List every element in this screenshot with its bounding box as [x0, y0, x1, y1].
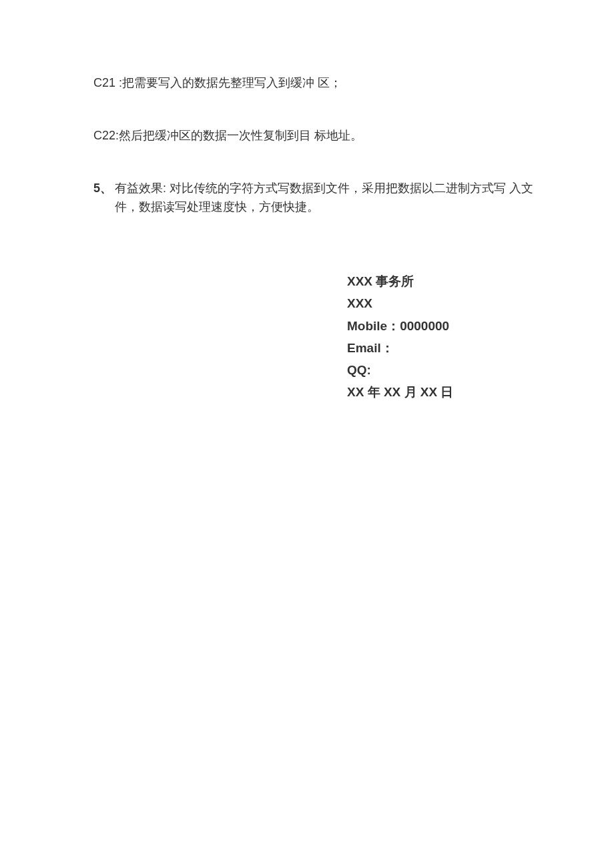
- paragraph-item5: 5、 有益效果: 对比传统的字符方式写数据到文件，采用把数据以二进制方式写 入文…: [80, 179, 534, 218]
- signature-qq: QQ:: [347, 359, 534, 381]
- paragraph-c22-text: C22:然后把缓冲区的数据一次性复制到目 标地址。: [93, 129, 362, 142]
- signature-name: XXX: [347, 292, 534, 314]
- paragraph-c22: C22:然后把缓冲区的数据一次性复制到目 标地址。: [80, 126, 534, 145]
- item5-text: 有益效果: 对比传统的字符方式写数据到文件，采用把数据以二进制方式写 入文件，数…: [115, 179, 534, 218]
- item5-number: 5、: [93, 179, 112, 218]
- paragraph-c21-text: C21 :把需要写入的数据先整理写入到缓冲 区；: [93, 76, 342, 89]
- signature-email: Email：: [347, 337, 534, 359]
- signature-date: XX 年 XX 月 XX 日: [347, 381, 534, 403]
- signature-mobile: Mobile：0000000: [347, 315, 534, 337]
- signature-firm: XXX 事务所: [347, 270, 534, 292]
- paragraph-c21: C21 :把需要写入的数据先整理写入到缓冲 区；: [80, 73, 534, 93]
- signature-block: XXX 事务所 XXX Mobile：0000000 Email： QQ: XX…: [347, 270, 534, 404]
- document-body: C21 :把需要写入的数据先整理写入到缓冲 区； C22:然后把缓冲区的数据一次…: [0, 0, 614, 404]
